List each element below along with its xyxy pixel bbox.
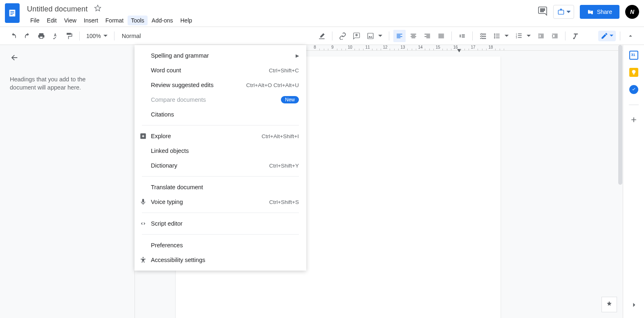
spellcheck-button[interactable] bbox=[49, 30, 61, 42]
svg-rect-6 bbox=[589, 11, 591, 13]
undo-button[interactable] bbox=[7, 30, 20, 42]
dropdown-item-label: Compare documents bbox=[151, 96, 281, 103]
menu-file[interactable]: File bbox=[27, 16, 43, 25]
dropdown-item-label: Word count bbox=[151, 67, 269, 74]
svg-rect-1 bbox=[10, 11, 14, 12]
ruler-tick: 11 bbox=[365, 45, 370, 49]
clear-formatting-button[interactable] bbox=[570, 30, 582, 42]
dropdown-shortcut: Ctrl+Shift+Y bbox=[269, 163, 299, 169]
ruler-tick: 13 bbox=[400, 45, 405, 49]
dropdown-item-label: Dictionary bbox=[151, 162, 269, 169]
tools-item-accessibility-settings[interactable]: Accessibility settings bbox=[135, 253, 306, 267]
dropdown-item-label: Spelling and grammar bbox=[151, 52, 292, 59]
dropdown-item-label: Translate document bbox=[151, 184, 299, 190]
bullet-dropdown-caret[interactable] bbox=[505, 32, 511, 40]
svg-rect-17 bbox=[518, 34, 522, 34]
dropdown-item-label: Voice typing bbox=[151, 199, 269, 205]
collapse-toolbar-button[interactable] bbox=[624, 30, 637, 42]
align-right-button[interactable] bbox=[421, 30, 433, 42]
number-dropdown-caret[interactable] bbox=[527, 32, 533, 40]
menu-add-ons[interactable]: Add-ons bbox=[148, 16, 176, 25]
numbered-list-button[interactable]: 123 bbox=[513, 30, 525, 42]
dropdown-shortcut: Ctrl+Shift+C bbox=[269, 67, 299, 74]
ruler-tick: 16 bbox=[453, 45, 458, 49]
insert-image-button[interactable] bbox=[364, 30, 377, 42]
menu-help[interactable]: Help bbox=[177, 16, 195, 25]
tools-item-compare-documents: Compare documentsNew bbox=[135, 92, 306, 107]
side-separator bbox=[629, 105, 639, 105]
tools-item-linked-objects[interactable]: Linked objects bbox=[135, 143, 306, 158]
ruler-tick: 17 bbox=[471, 45, 475, 49]
align-center-button[interactable] bbox=[407, 30, 420, 42]
highlight-color-button[interactable] bbox=[316, 30, 328, 42]
dropdown-item-label: Script editor bbox=[151, 220, 299, 227]
add-app-button[interactable] bbox=[630, 116, 638, 125]
dropdown-item-label: Explore bbox=[151, 133, 262, 139]
redo-button[interactable] bbox=[21, 30, 34, 42]
side-panel-toggle[interactable] bbox=[630, 301, 638, 311]
increase-indent-button[interactable] bbox=[549, 30, 561, 42]
paint-format-button[interactable] bbox=[63, 30, 75, 42]
toolbar: 100% Normal 123 bbox=[0, 27, 644, 45]
comments-icon[interactable] bbox=[538, 6, 548, 18]
menu-insert[interactable]: Insert bbox=[81, 16, 101, 25]
dropdown-separator bbox=[142, 125, 299, 125]
zoom-select[interactable]: 100% bbox=[84, 33, 110, 39]
insert-link-button[interactable] bbox=[337, 30, 349, 42]
toolbar-separator bbox=[472, 31, 473, 40]
star-icon[interactable] bbox=[94, 4, 101, 13]
dropdown-shortcut: Ctrl+Alt+Shift+I bbox=[262, 133, 299, 139]
present-button[interactable] bbox=[553, 5, 574, 19]
dropdown-shortcut: Ctrl+Shift+S bbox=[269, 199, 299, 205]
image-dropdown-caret[interactable] bbox=[378, 32, 385, 40]
editing-mode-button[interactable] bbox=[598, 31, 616, 41]
align-left-button[interactable] bbox=[393, 30, 406, 42]
document-title[interactable]: Untitled document bbox=[27, 5, 88, 13]
print-button[interactable] bbox=[35, 30, 47, 42]
tools-item-script-editor[interactable]: Script editor bbox=[135, 216, 306, 231]
tools-item-citations[interactable]: Citations bbox=[135, 107, 306, 122]
keep-app-icon[interactable] bbox=[629, 68, 638, 77]
align-justify-button[interactable] bbox=[435, 30, 447, 42]
svg-point-9 bbox=[494, 35, 495, 36]
toolbar-separator bbox=[565, 31, 565, 40]
docs-logo[interactable] bbox=[5, 3, 20, 23]
svg-text:3: 3 bbox=[516, 36, 517, 39]
add-comment-button[interactable] bbox=[350, 30, 363, 42]
style-select[interactable]: Normal bbox=[119, 33, 144, 39]
bulleted-list-button[interactable] bbox=[491, 30, 503, 42]
svg-point-8 bbox=[494, 34, 495, 35]
share-button[interactable]: Share bbox=[580, 5, 619, 19]
dropdown-shortcut: Ctrl+Alt+O Ctrl+Alt+U bbox=[246, 82, 299, 88]
ruler-tick: 15 bbox=[435, 45, 440, 49]
menu-edit[interactable]: Edit bbox=[44, 16, 60, 25]
tools-item-word-count[interactable]: Word countCtrl+Shift+C bbox=[135, 63, 306, 78]
vertical-scrollbar[interactable] bbox=[618, 45, 622, 185]
explore-fab[interactable] bbox=[601, 297, 617, 312]
svg-rect-19 bbox=[518, 37, 522, 38]
share-label: Share bbox=[597, 9, 612, 15]
menu-format[interactable]: Format bbox=[102, 16, 127, 25]
toolbar-separator bbox=[332, 31, 332, 40]
tools-item-voice-typing[interactable]: Voice typingCtrl+Shift+S bbox=[135, 195, 306, 209]
tools-item-preferences[interactable]: Preferences bbox=[135, 238, 306, 253]
dropdown-separator bbox=[142, 176, 299, 177]
tools-item-dictionary[interactable]: DictionaryCtrl+Shift+Y bbox=[135, 158, 306, 173]
tools-item-spelling-and-grammar[interactable]: Spelling and grammar▶ bbox=[135, 48, 306, 63]
dropdown-item-label: Preferences bbox=[151, 242, 299, 249]
checklist-button[interactable] bbox=[477, 30, 489, 42]
toolbar-separator bbox=[389, 31, 389, 40]
calendar-app-icon[interactable] bbox=[629, 51, 638, 60]
account-avatar[interactable]: N bbox=[625, 5, 639, 19]
line-spacing-button[interactable] bbox=[456, 30, 468, 42]
ruler-tick: 12 bbox=[383, 45, 387, 49]
menu-tools[interactable]: Tools bbox=[128, 16, 148, 25]
outline-back-button[interactable] bbox=[10, 53, 125, 64]
toolbar-separator bbox=[79, 31, 80, 40]
tools-item-translate-document[interactable]: Translate document bbox=[135, 180, 306, 195]
tasks-app-icon[interactable] bbox=[629, 85, 638, 94]
decrease-indent-button[interactable] bbox=[535, 30, 547, 42]
menu-view[interactable]: View bbox=[61, 16, 80, 25]
tools-item-review-suggested-edits[interactable]: Review suggested editsCtrl+Alt+O Ctrl+Al… bbox=[135, 78, 306, 92]
tools-item-explore[interactable]: ExploreCtrl+Alt+Shift+I bbox=[135, 129, 306, 143]
